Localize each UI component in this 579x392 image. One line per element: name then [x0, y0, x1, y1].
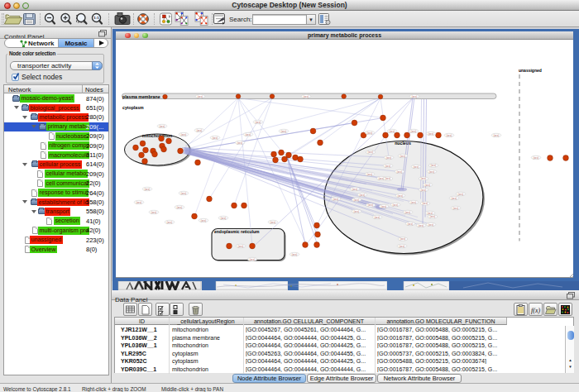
- svg-text:(xx:x): (xx:x): [221, 216, 226, 219]
- svg-text:(xx:x): (xx:x): [393, 203, 398, 206]
- svg-text:(xx:x): (xx:x): [458, 192, 463, 195]
- svg-text:(xx:x): (xx:x): [181, 191, 186, 194]
- svg-text:(xx:x): (xx:x): [400, 237, 405, 241]
- svg-text:(xx:x): (xx:x): [360, 193, 365, 196]
- svg-text:(xx:x): (xx:x): [428, 222, 433, 226]
- svg-text:(xx:x): (xx:x): [429, 170, 434, 173]
- svg-text:(xx:x): (xx:x): [201, 218, 206, 222]
- svg-text:(xx:x): (xx:x): [333, 197, 338, 200]
- svg-text:(xx:x): (xx:x): [447, 133, 452, 136]
- svg-text:(xx:x): (xx:x): [246, 132, 251, 136]
- svg-text:(xx:x): (xx:x): [213, 136, 218, 139]
- svg-text:(xx:x): (xx:x): [237, 141, 242, 144]
- svg-text:(xx:x): (xx:x): [177, 205, 182, 208]
- svg-text:(xx:x): (xx:x): [304, 94, 309, 98]
- svg-text:unassigned: unassigned: [519, 68, 542, 73]
- svg-text:(xx:x): (xx:x): [270, 220, 275, 223]
- svg-text:(xx:x): (xx:x): [151, 210, 156, 213]
- svg-text:(xx:x): (xx:x): [414, 165, 419, 168]
- svg-text:(xx:x): (xx:x): [197, 128, 202, 131]
- svg-text:(xx:x): (xx:x): [534, 155, 538, 159]
- svg-text:(xx:x): (xx:x): [198, 94, 203, 98]
- svg-text:(xx:x): (xx:x): [421, 188, 426, 191]
- svg-text:(xx:x): (xx:x): [145, 187, 150, 190]
- svg-text:1:1: 1:1: [93, 16, 99, 20]
- svg-text:(xx:x): (xx:x): [405, 210, 410, 213]
- svg-text:plasma membrane: plasma membrane: [122, 93, 160, 98]
- svg-text:(xx:x): (xx:x): [421, 177, 426, 180]
- svg-text:(xx:x): (xx:x): [385, 164, 390, 167]
- svg-text:(xx:x): (xx:x): [181, 132, 186, 136]
- svg-text:cytoplasm: cytoplasm: [122, 104, 144, 109]
- svg-text:(xx:x): (xx:x): [390, 129, 395, 132]
- svg-text:(xx:x): (xx:x): [430, 215, 435, 218]
- svg-text:(xx:x): (xx:x): [411, 129, 416, 132]
- svg-text:(xx:x): (xx:x): [398, 194, 403, 197]
- svg-text:mitochondrion: mitochondrion: [142, 133, 172, 138]
- svg-text:(xx:x): (xx:x): [386, 155, 391, 159]
- svg-text:(xx:x): (xx:x): [411, 200, 416, 203]
- svg-text:(xx:x): (xx:x): [368, 203, 373, 207]
- svg-text:(xx:x): (xx:x): [352, 187, 357, 190]
- svg-text:(xx:x): (xx:x): [292, 252, 297, 256]
- svg-text:(xx:x): (xx:x): [250, 257, 255, 261]
- svg-text:(xx:x): (xx:x): [425, 183, 430, 186]
- svg-text:(xx:x): (xx:x): [367, 172, 372, 175]
- svg-text:(xx:x): (xx:x): [419, 223, 423, 227]
- svg-text:(xx:x): (xx:x): [167, 220, 172, 223]
- svg-text:(xx:x): (xx:x): [423, 202, 428, 205]
- svg-text:(xx:x): (xx:x): [354, 198, 359, 201]
- svg-text:endoplasmic reticulum: endoplasmic reticulum: [214, 229, 260, 234]
- svg-text:(xx:x): (xx:x): [408, 222, 413, 225]
- svg-text:(xx:x): (xx:x): [354, 209, 359, 213]
- svg-text:(xx:x): (xx:x): [381, 204, 386, 208]
- svg-text:(xx:x): (xx:x): [428, 211, 433, 214]
- svg-text:(xx:x): (xx:x): [375, 215, 380, 218]
- svg-text:(xx:x): (xx:x): [494, 133, 499, 136]
- svg-text:(xx:x): (xx:x): [367, 131, 372, 134]
- svg-text:(xx:x): (xx:x): [238, 244, 243, 247]
- svg-text:(xx:x): (xx:x): [452, 196, 457, 199]
- svg-text:(xx:x): (xx:x): [136, 200, 141, 203]
- svg-text:(xx:x): (xx:x): [281, 129, 286, 132]
- svg-text:(xx:x): (xx:x): [368, 151, 373, 154]
- svg-text:(xx:x): (xx:x): [400, 154, 405, 157]
- svg-text:(xx:x): (xx:x): [160, 124, 165, 127]
- svg-text:(xx:x): (xx:x): [400, 244, 404, 247]
- svg-text:(xx:x): (xx:x): [256, 120, 261, 123]
- svg-text:f(x): f(x): [531, 307, 540, 314]
- svg-text:(xx:x): (xx:x): [428, 131, 433, 135]
- svg-text:(xx:x): (xx:x): [431, 164, 436, 167]
- svg-text:(xx:x): (xx:x): [453, 206, 458, 209]
- svg-text:(xx:x): (xx:x): [397, 170, 402, 173]
- svg-text:(xx:x): (xx:x): [412, 94, 417, 98]
- svg-text:(xx:x): (xx:x): [385, 177, 390, 180]
